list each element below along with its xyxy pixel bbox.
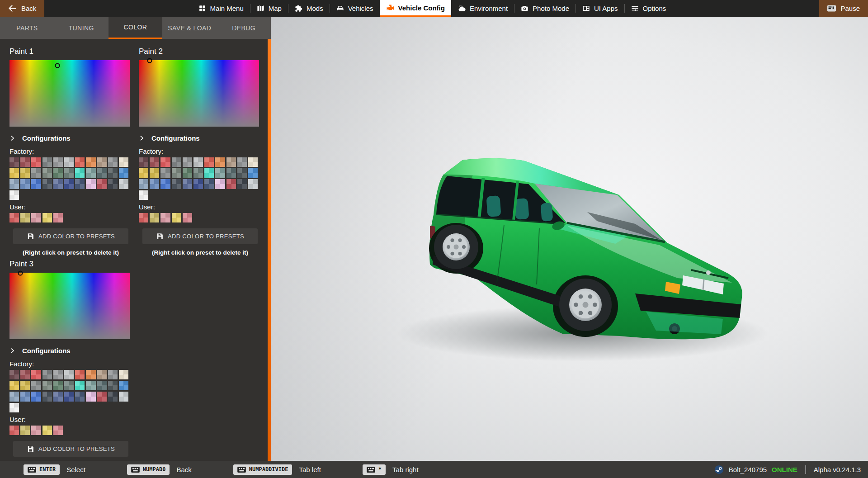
user-swatch[interactable] xyxy=(172,213,181,222)
menu-item-main-menu[interactable]: Main Menu xyxy=(192,0,250,17)
add-color-to-presets-button[interactable]: ADD COLOR TO PRESETS xyxy=(13,228,128,244)
factory-swatch[interactable] xyxy=(97,157,107,167)
factory-swatch[interactable] xyxy=(53,381,63,390)
user-swatch[interactable] xyxy=(9,426,19,435)
user-swatch[interactable] xyxy=(20,426,30,435)
factory-swatch[interactable] xyxy=(150,179,159,189)
factory-swatch[interactable] xyxy=(108,157,118,167)
factory-swatch[interactable] xyxy=(237,168,247,178)
configurations-toggle[interactable]: Configurations xyxy=(9,134,130,142)
factory-swatch[interactable] xyxy=(75,179,85,189)
factory-swatch[interactable] xyxy=(31,381,41,390)
factory-swatch[interactable] xyxy=(86,179,95,189)
user-swatch[interactable] xyxy=(53,426,63,435)
factory-swatch[interactable] xyxy=(119,381,128,390)
factory-swatch[interactable] xyxy=(183,157,192,167)
factory-swatch[interactable] xyxy=(172,168,181,178)
factory-swatch[interactable] xyxy=(86,381,95,390)
factory-swatch[interactable] xyxy=(9,381,19,390)
factory-swatch[interactable] xyxy=(20,370,30,379)
factory-swatch[interactable] xyxy=(20,157,30,167)
factory-swatch[interactable] xyxy=(97,370,107,379)
factory-swatch[interactable] xyxy=(204,168,214,178)
menu-item-mods[interactable]: Mods xyxy=(288,0,330,17)
factory-swatch[interactable] xyxy=(150,157,159,167)
factory-swatch[interactable] xyxy=(20,168,30,178)
factory-swatch[interactable] xyxy=(172,179,181,189)
factory-swatch[interactable] xyxy=(97,381,107,390)
tab-color[interactable]: COLOR xyxy=(108,17,163,39)
factory-swatch[interactable] xyxy=(119,157,128,167)
factory-swatch[interactable] xyxy=(97,168,107,178)
color-picker[interactable] xyxy=(9,273,130,339)
factory-swatch[interactable] xyxy=(86,157,95,167)
factory-swatch[interactable] xyxy=(9,157,19,167)
menu-item-options[interactable]: Options xyxy=(624,0,673,17)
factory-swatch[interactable] xyxy=(139,179,148,189)
factory-swatch[interactable] xyxy=(64,179,74,189)
factory-swatch[interactable] xyxy=(160,168,170,178)
factory-swatch[interactable] xyxy=(215,179,225,189)
factory-swatch[interactable] xyxy=(226,168,236,178)
menu-item-environment[interactable]: Environment xyxy=(451,0,514,17)
factory-swatch[interactable] xyxy=(183,168,192,178)
factory-swatch[interactable] xyxy=(75,392,85,401)
factory-swatch[interactable] xyxy=(20,392,30,401)
factory-swatch[interactable] xyxy=(64,370,74,379)
configurations-toggle[interactable]: Configurations xyxy=(139,134,259,142)
user-swatch[interactable] xyxy=(20,213,30,222)
picker-selector[interactable] xyxy=(147,58,152,63)
factory-swatch[interactable] xyxy=(53,168,63,178)
user-swatch[interactable] xyxy=(31,213,41,222)
menu-item-vehicles[interactable]: Vehicles xyxy=(330,0,380,17)
factory-swatch[interactable] xyxy=(42,168,52,178)
factory-swatch[interactable] xyxy=(108,179,118,189)
factory-swatch[interactable] xyxy=(119,168,128,178)
pause-button[interactable]: Pause xyxy=(819,0,868,17)
factory-swatch[interactable] xyxy=(119,179,128,189)
factory-swatch[interactable] xyxy=(108,392,118,401)
user-swatch[interactable] xyxy=(9,213,19,222)
factory-swatch[interactable] xyxy=(42,179,52,189)
menu-item-map[interactable]: Map xyxy=(250,0,288,17)
factory-swatch[interactable] xyxy=(172,157,181,167)
factory-swatch[interactable] xyxy=(64,157,74,167)
factory-swatch[interactable] xyxy=(108,381,118,390)
factory-swatch[interactable] xyxy=(139,168,148,178)
factory-swatch[interactable] xyxy=(139,157,148,167)
factory-swatch[interactable] xyxy=(193,179,203,189)
tab-save-load[interactable]: SAVE & LOAD xyxy=(162,17,217,39)
factory-swatch[interactable] xyxy=(53,370,63,379)
factory-swatch[interactable] xyxy=(237,157,247,167)
factory-swatch[interactable] xyxy=(53,179,63,189)
factory-swatch[interactable] xyxy=(215,157,225,167)
picker-selector[interactable] xyxy=(55,63,60,68)
factory-swatch[interactable] xyxy=(64,168,74,178)
user-swatch[interactable] xyxy=(53,213,63,222)
factory-swatch[interactable] xyxy=(20,179,30,189)
factory-swatch[interactable] xyxy=(75,381,85,390)
tab-parts[interactable]: PARTS xyxy=(0,17,54,39)
factory-swatch[interactable] xyxy=(226,179,236,189)
user-swatch[interactable] xyxy=(150,213,159,222)
factory-swatch[interactable] xyxy=(86,168,95,178)
factory-swatch[interactable] xyxy=(75,370,85,379)
factory-swatch[interactable] xyxy=(31,392,41,401)
factory-swatch[interactable] xyxy=(193,168,203,178)
factory-swatch[interactable] xyxy=(31,179,41,189)
factory-swatch[interactable] xyxy=(215,168,225,178)
user-swatch[interactable] xyxy=(42,426,52,435)
factory-swatch[interactable] xyxy=(119,392,128,401)
factory-swatch[interactable] xyxy=(204,157,214,167)
factory-swatch[interactable] xyxy=(248,179,258,189)
factory-swatch[interactable] xyxy=(119,370,128,379)
factory-swatch[interactable] xyxy=(183,179,192,189)
factory-swatch[interactable] xyxy=(42,392,52,401)
factory-swatch[interactable] xyxy=(97,392,107,401)
tab-tuning[interactable]: TUNING xyxy=(54,17,108,39)
factory-swatch[interactable] xyxy=(160,179,170,189)
user-swatch[interactable] xyxy=(42,213,52,222)
factory-swatch[interactable] xyxy=(226,157,236,167)
factory-swatch[interactable] xyxy=(75,168,85,178)
factory-swatch[interactable] xyxy=(193,157,203,167)
